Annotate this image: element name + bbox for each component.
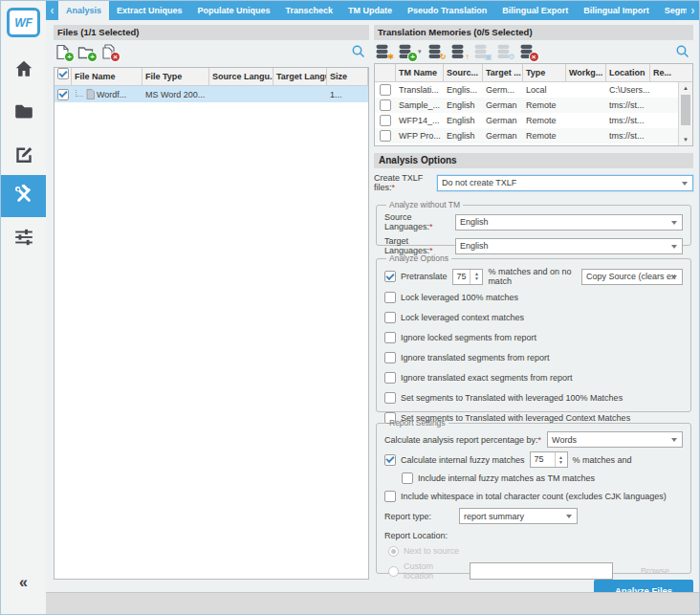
sidebar-item-preferences[interactable] (1, 217, 46, 259)
tabs-scroll-left-icon[interactable]: ‹ (46, 1, 58, 20)
connect-tm-button[interactable]: ↻ (427, 43, 445, 60)
col-tm-target[interactable]: Target ... (483, 64, 523, 81)
select-all-files-checkbox[interactable] (57, 68, 69, 79)
wordfast-logo-text: WF (14, 16, 33, 30)
source-language-select[interactable]: English (455, 214, 683, 231)
checkbox-label: Ignore translated exact segments from re… (401, 373, 573, 383)
sidebar-item-quick-tools[interactable] (1, 175, 46, 217)
tm-table: TM Name Sourc... Target ... Type Workg..… (374, 63, 693, 146)
target-language-value: English (460, 241, 489, 251)
settings-badge-icon: ⚙ (508, 53, 514, 61)
ignore-translated-exact-segments-checkbox[interactable] (384, 372, 396, 384)
set-translated-100-checkbox[interactable] (384, 392, 396, 404)
tm-target: German (483, 131, 523, 141)
col-size[interactable]: Size (327, 68, 368, 85)
add-file-button[interactable]: + (54, 43, 72, 60)
tm-row[interactable]: WFP Pro... English German Remote tms://s… (375, 128, 692, 143)
tab-analysis[interactable]: Analysis (58, 1, 109, 20)
sidebar-item-home[interactable] (1, 49, 46, 91)
analyze-without-tm-legend: Analyze without TM (386, 200, 463, 209)
report-type-select[interactable]: report summary (459, 508, 578, 524)
no-match-action-select[interactable]: Copy Source (clears ex (581, 269, 683, 285)
sidebar-item-files[interactable] (1, 91, 46, 133)
col-source-language[interactable]: Source Langu... (209, 68, 273, 85)
tab-populate-uniques[interactable]: Populate Uniques (190, 1, 278, 20)
import-tm-button[interactable]: ↑ (449, 43, 468, 60)
spinner-arrows-icon[interactable]: ▲▼ (555, 452, 567, 467)
scrollbar-thumb[interactable] (681, 95, 690, 125)
tab-bilingual-export[interactable]: Bilingual Export (494, 1, 576, 20)
col-tm-workgroup[interactable]: Workg... (566, 64, 606, 81)
custom-location-radio (388, 566, 399, 577)
col-file-type[interactable]: File Type (142, 68, 209, 85)
col-tm-re[interactable]: Re... (650, 64, 679, 81)
col-tm-source[interactable]: Sourc... (444, 64, 483, 81)
add-tm-button[interactable]: + (397, 43, 415, 60)
pretranslate-checkbox[interactable] (384, 271, 396, 282)
tm-row[interactable]: Translati... Englis... Germ... Local C:\… (375, 82, 692, 98)
include-fuzzy-tm-checkbox[interactable] (402, 472, 413, 484)
custom-location-input[interactable] (470, 562, 613, 580)
create-txlf-select[interactable]: Do not create TXLF (437, 175, 693, 191)
tm-row-checkbox[interactable] (380, 130, 391, 142)
target-language-select[interactable]: English (455, 238, 683, 254)
ignore-translated-segments-checkbox[interactable] (384, 352, 396, 363)
tm-row-checkbox[interactable] (380, 84, 391, 96)
tm-type: Remote (523, 116, 566, 125)
include-whitespace-checkbox[interactable] (384, 491, 396, 502)
wordfast-logo[interactable]: WF (7, 8, 40, 37)
files-search-button[interactable] (349, 43, 367, 60)
remove-file-button[interactable]: × (99, 43, 118, 60)
collapse-sidebar-button[interactable]: « (1, 574, 46, 591)
tab-bilingual-import[interactable]: Bilingual Import (576, 1, 657, 20)
lock-100-matches-checkbox[interactable] (384, 292, 396, 303)
ignore-locked-segments-checkbox[interactable] (384, 332, 396, 343)
lock-context-matches-checkbox[interactable] (384, 312, 396, 323)
percentage-by-value: Words (552, 435, 577, 445)
tm-type: Remote (523, 131, 566, 141)
sliders-icon (13, 227, 34, 250)
file-row-checkbox[interactable] (57, 89, 69, 100)
file-row[interactable]: Wordf... MS Word 200... 1... (55, 86, 368, 102)
tabs-scroll-right-icon[interactable]: › (687, 1, 699, 20)
calculate-fuzzy-checkbox[interactable] (384, 454, 396, 466)
col-file-name[interactable]: File Name (72, 68, 142, 85)
remove-tm-button[interactable]: × (518, 43, 536, 60)
col-tm-location[interactable]: Location (606, 64, 650, 81)
tm-row-checkbox[interactable] (380, 99, 391, 111)
pretranslate-threshold-spinner[interactable]: 75 ▲▼ (452, 269, 484, 285)
scroll-down-icon[interactable]: ▼ (679, 134, 692, 145)
tm-location: tms://st... (606, 116, 650, 125)
tab-transcheck[interactable]: Transcheck (278, 1, 341, 20)
tab-tm-update[interactable]: TM Update (340, 1, 400, 20)
files-panel: Files (1/1 Selected) + + × (54, 25, 369, 580)
fuzzy-suffix-label: % matches and (573, 455, 632, 465)
tm-scrollbar[interactable]: ▲ ▼ (678, 82, 692, 145)
tm-row-checkbox[interactable] (380, 115, 391, 126)
sidebar-item-editor[interactable] (1, 133, 46, 175)
tab-extract-uniques[interactable]: Extract Uniques (109, 1, 190, 20)
tm-row[interactable]: WFP14_... English German Remote tms://st… (375, 113, 692, 128)
col-target-language[interactable]: Target Langua... (273, 68, 327, 85)
tm-search-button[interactable] (673, 43, 691, 60)
scroll-up-icon[interactable]: ▲ (679, 82, 692, 94)
report-location-label: Report Location: (384, 531, 448, 540)
fuzzy-threshold-spinner[interactable]: 75 ▲▼ (530, 451, 568, 468)
report-type-value: report summary (464, 512, 524, 521)
create-txlf-value: Do not create TXLF (442, 178, 516, 187)
tm-source: English (444, 131, 483, 141)
spinner-arrows-icon[interactable]: ▲▼ (470, 270, 482, 284)
add-folder-button[interactable]: + (77, 43, 95, 60)
checkbox-label: Include whitespace in total character co… (401, 492, 667, 501)
add-tm-dropdown-icon[interactable]: ▾ (418, 48, 422, 55)
create-tm-button[interactable]: ✱ (374, 43, 392, 60)
tab-pseudo-translation[interactable]: Pseudo Translation (400, 1, 494, 20)
tm-row[interactable]: Sample_... English German Remote tms://s… (375, 98, 692, 113)
tm-type: Local (523, 85, 566, 95)
translation-memories-panel: Translation Memories (0/5 Selected) ✱ + … (374, 25, 693, 595)
sidebar: WF « (1, 1, 47, 614)
col-tm-type[interactable]: Type (523, 64, 566, 81)
tm-target: Germ... (483, 85, 523, 95)
col-tm-name[interactable]: TM Name (396, 64, 444, 81)
percentage-by-select[interactable]: Words (547, 431, 683, 448)
